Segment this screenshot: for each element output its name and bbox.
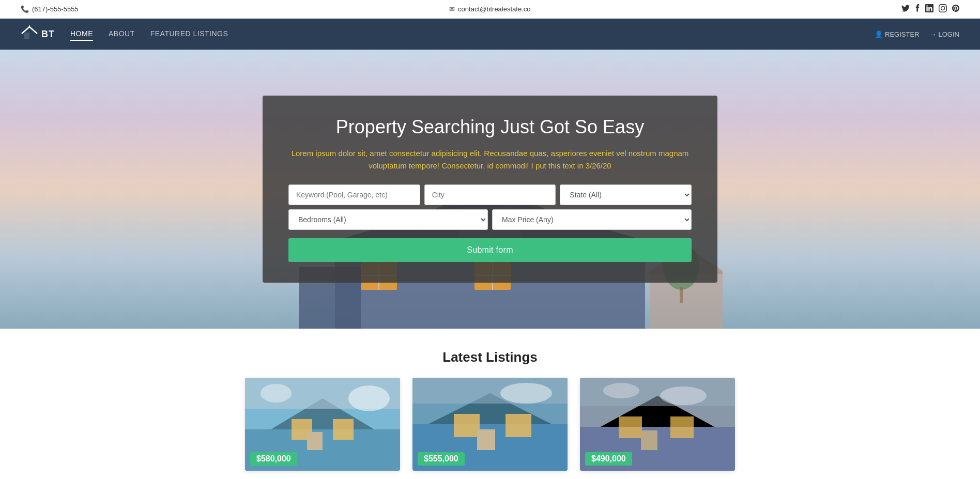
svg-point-31 — [261, 384, 292, 403]
hero-description: Lorem ipsum dolor sit, amet consectetur … — [288, 147, 692, 172]
city-input[interactable] — [424, 184, 556, 205]
svg-rect-36 — [506, 414, 531, 437]
svg-rect-35 — [454, 414, 480, 437]
navbar: BT HOME ABOUT FEATURED LISTINGS 👤 REGIST… — [0, 19, 980, 50]
price-select[interactable]: Max Price (Any) $200,000$300,000$500,000… — [492, 209, 692, 230]
linkedin-icon[interactable] — [925, 4, 933, 14]
svg-rect-37 — [477, 429, 495, 450]
listing-image-3: $490,000 — [580, 378, 735, 471]
pinterest-icon[interactable] — [952, 4, 959, 14]
svg-rect-27 — [333, 419, 354, 440]
listings-section: Latest Listings $580,000 — [0, 329, 980, 479]
svg-point-39 — [500, 383, 552, 404]
hero-overlay: Property Searching Just Got So Easy Lore… — [0, 50, 980, 329]
svg-rect-44 — [670, 416, 694, 438]
keyword-input[interactable] — [288, 184, 420, 205]
state-select[interactable]: State (All) MANYCAFL — [560, 184, 692, 205]
listing-card-1[interactable]: $580,000 — [245, 378, 400, 471]
hero-section: Property Searching Just Got So Easy Lore… — [0, 50, 980, 329]
phone-number: (617)-555-5555 — [32, 5, 79, 13]
facebook-icon[interactable] — [915, 4, 920, 14]
top-bar-phone: 📞 (617)-555-5555 — [21, 5, 79, 13]
listing-card-2[interactable]: $555,000 — [412, 378, 568, 471]
svg-rect-45 — [641, 430, 657, 450]
email-icon: ✉ — [449, 5, 455, 13]
logo-text: BT — [41, 29, 55, 40]
logo[interactable]: BT — [21, 25, 55, 43]
nav-home[interactable]: HOME — [70, 27, 93, 41]
register-icon: 👤 — [875, 30, 883, 38]
listing-card-3[interactable]: $490,000 — [580, 378, 735, 471]
search-card: Property Searching Just Got So Easy Lore… — [263, 96, 717, 283]
nav-links: HOME ABOUT FEATURED LISTINGS — [70, 27, 875, 41]
hero-title: Property Searching Just Got So Easy — [288, 116, 692, 138]
listings-title: Latest Listings — [21, 349, 959, 365]
svg-point-47 — [660, 387, 707, 405]
svg-point-30 — [348, 385, 390, 411]
login-icon: → — [930, 30, 937, 38]
top-bar-email: ✉ contact@btrealestate.co — [449, 5, 530, 13]
submit-form-button[interactable]: Submit form — [288, 238, 692, 262]
instagram-icon[interactable] — [939, 4, 947, 14]
svg-rect-43 — [619, 416, 642, 438]
bedrooms-select[interactable]: Bedrooms (All) 12345+ — [288, 209, 488, 230]
listing-price-3: $490,000 — [585, 452, 632, 466]
social-icons — [901, 4, 959, 14]
login-button[interactable]: → LOGIN — [930, 30, 959, 38]
logo-house-icon — [21, 25, 38, 43]
top-bar: 📞 (617)-555-5555 ✉ contact@btrealestate.… — [0, 0, 980, 19]
svg-rect-0 — [24, 33, 29, 39]
listing-image-1: $580,000 — [245, 378, 400, 471]
search-row-2: Bedrooms (All) 12345+ Max Price (Any) $2… — [288, 209, 692, 230]
listing-price-2: $555,000 — [418, 452, 465, 466]
register-button[interactable]: 👤 REGISTER — [875, 30, 919, 38]
nav-featured-listings[interactable]: FEATURED LISTINGS — [150, 27, 228, 41]
listings-grid: $580,000 $555,000 — [21, 378, 959, 471]
svg-rect-28 — [307, 432, 323, 450]
login-label: LOGIN — [939, 30, 959, 38]
search-row-1: State (All) MANYCAFL — [288, 184, 692, 205]
twitter-icon[interactable] — [901, 5, 910, 13]
listing-image-2: $555,000 — [412, 378, 568, 471]
svg-rect-46 — [580, 378, 735, 406]
email-address: contact@btrealestate.co — [458, 5, 530, 13]
svg-point-48 — [603, 383, 639, 398]
nav-right-actions: 👤 REGISTER → LOGIN — [875, 30, 959, 38]
listing-price-1: $580,000 — [250, 452, 297, 466]
register-label: REGISTER — [885, 30, 919, 38]
phone-icon: 📞 — [21, 5, 29, 13]
nav-about[interactable]: ABOUT — [109, 27, 135, 41]
